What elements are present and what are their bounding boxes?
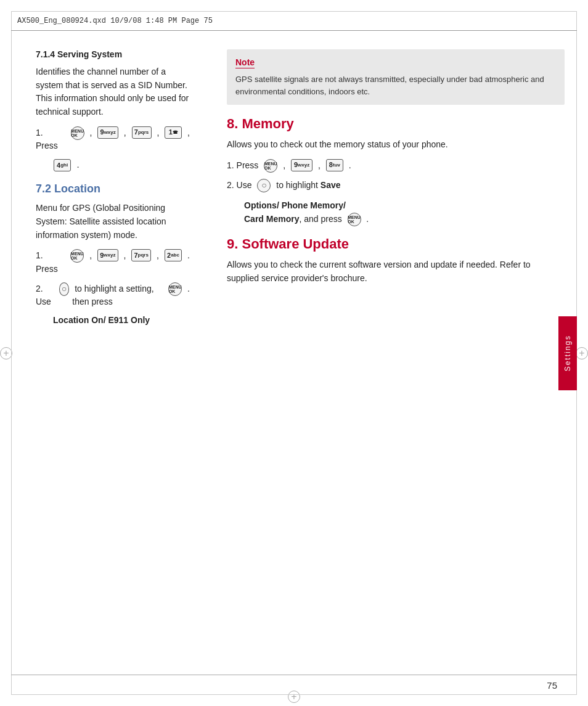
content-area: 7.1.4 Serving System Identifies the chan… bbox=[11, 31, 577, 669]
left-column: 7.1.4 Serving System Identifies the chan… bbox=[11, 31, 208, 669]
section-9-heading: 9. Software Update bbox=[227, 236, 565, 252]
key-7pqrs-2: 7pqrs bbox=[131, 249, 151, 261]
reg-mark-left bbox=[0, 347, 12, 359]
key-menu-ok-2: MENUOK bbox=[70, 249, 84, 263]
key-nav-8: ○ bbox=[257, 179, 271, 192]
note-title: Note bbox=[235, 57, 255, 68]
note-box: Note GPS satellite signals are not alway… bbox=[227, 49, 565, 105]
step1-prefix-72: 1. Press bbox=[36, 249, 67, 276]
section-8-step2-cont: Options/ Phone Memory/Card Memory, and p… bbox=[244, 199, 565, 227]
section-9: 9. Software Update Allows you to check t… bbox=[227, 236, 565, 285]
section-714-heading: 7.1.4 Serving System bbox=[36, 49, 190, 59]
key-menu-ok-1: MENUOK bbox=[71, 126, 84, 140]
page-divider bbox=[11, 675, 577, 675]
key-8tuv-3: 8tuv bbox=[326, 159, 343, 171]
step1-714-cont: 4ghi . bbox=[53, 159, 190, 171]
key-9wxyz-1: 9wxyz bbox=[97, 126, 118, 139]
header-bar: AX500_Eng_080924.qxd 10/9/08 1:48 PM Pag… bbox=[11, 11, 577, 31]
header-text: AX500_Eng_080924.qxd 10/9/08 1:48 PM Pag… bbox=[17, 17, 213, 25]
section-714-body: Identifies the channel number of a syste… bbox=[36, 65, 190, 119]
key-9wxyz-3: 9wxyz bbox=[291, 159, 312, 171]
section-72-body: Menu for GPS (Global Positioning System:… bbox=[36, 202, 190, 242]
section-72-step1: 1. Press MENUOK , 9wxyz , 7pqrs , 2abc . bbox=[36, 249, 190, 276]
section-72: 7.2 Location Menu for GPS (Global Positi… bbox=[36, 183, 190, 325]
key-9wxyz-2: 9wxyz bbox=[97, 249, 118, 261]
key-2abc-2: 2abc bbox=[165, 249, 182, 261]
section-714-step1: 1. Press MENUOK , 9wxyz , 7pqrs , 1 ☎ , bbox=[36, 126, 190, 153]
key-menu-ok-4: MENUOK bbox=[264, 159, 277, 173]
reg-mark-right bbox=[576, 347, 588, 359]
section-8-step2: 2. Use ○ to highlight Save bbox=[227, 179, 565, 192]
section-72-heading: 7.2 Location bbox=[36, 183, 190, 195]
side-tab-label: Settings bbox=[563, 335, 572, 371]
key-nav-72: ○ bbox=[59, 282, 70, 296]
key-4ghi-1: 4ghi bbox=[54, 159, 71, 171]
note-text: GPS satellite signals are not always tra… bbox=[235, 73, 556, 97]
key-menu-ok-5: MENUOK bbox=[348, 213, 361, 226]
key-1-1: 1 ☎ bbox=[165, 126, 182, 139]
section-72-step2: 2. Use ○ to highlight a setting, then pr… bbox=[36, 282, 190, 309]
section-8-step1: 1. Press MENUOK , 9wxyz , 8tuv . bbox=[227, 159, 565, 173]
section-8-body: Allows you to check out the memory statu… bbox=[227, 138, 565, 152]
side-tab: Settings bbox=[558, 316, 577, 390]
key-menu-ok-3: MENUOK bbox=[168, 282, 182, 296]
key-7pqrs-1: 7pqrs bbox=[132, 126, 152, 139]
section-8: 8. Memory Allows you to check out the me… bbox=[227, 116, 565, 226]
right-column: Note GPS satellite signals are not alway… bbox=[208, 31, 577, 669]
page-number: 75 bbox=[547, 680, 557, 691]
section-9-body: Allows you to check the current software… bbox=[227, 258, 565, 285]
section-8-heading: 8. Memory bbox=[227, 116, 565, 132]
location-options: Location On/ E911 Only bbox=[53, 315, 190, 325]
section-714: 7.1.4 Serving System Identifies the chan… bbox=[36, 49, 190, 171]
memory-options: Options/ Phone Memory/Card Memory bbox=[244, 200, 346, 224]
step1-prefix-714: 1. Press bbox=[36, 126, 68, 153]
